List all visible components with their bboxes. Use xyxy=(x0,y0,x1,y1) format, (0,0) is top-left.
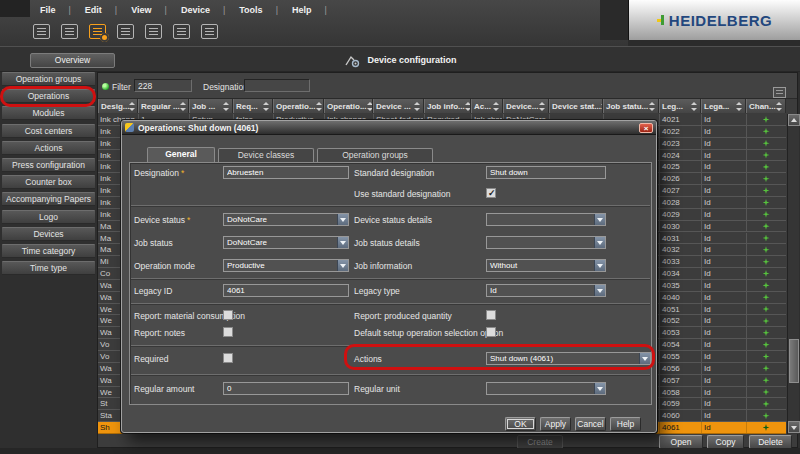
sidebar-item-time-category[interactable]: Time category xyxy=(2,244,95,258)
tab-overview[interactable]: Overview xyxy=(30,53,115,68)
column-header-leg[interactable]: Leg... xyxy=(659,99,701,113)
menu-edit[interactable]: Edit xyxy=(78,5,124,15)
sidebar-item-devices[interactable]: Devices xyxy=(2,227,95,241)
statistics-icon[interactable] xyxy=(61,24,78,39)
sidebar-item-operation-groups[interactable]: Operation groups xyxy=(2,72,95,86)
column-header-operatio[interactable]: Operatio... xyxy=(273,99,324,113)
column-header-ac[interactable]: Ac... xyxy=(471,99,503,113)
copy-button[interactable]: Copy xyxy=(707,435,744,449)
regular-amount-input[interactable] xyxy=(223,382,349,395)
standard-designation-input[interactable] xyxy=(486,166,606,179)
use-standard-designation-checkbox[interactable] xyxy=(486,188,496,198)
cell: 4030 xyxy=(659,221,700,232)
scroll-up-icon[interactable] xyxy=(788,114,800,126)
sidebar-item-modules[interactable]: Modules xyxy=(2,106,95,120)
help-button[interactable]: Help xyxy=(610,417,641,431)
required-checkbox[interactable] xyxy=(223,353,233,363)
device-status-select[interactable]: DoNotCare xyxy=(223,213,349,226)
apply-button[interactable]: Apply xyxy=(540,417,571,431)
report-material-checkbox[interactable] xyxy=(223,310,233,320)
cell: Id xyxy=(701,327,745,338)
column-header-device[interactable]: Device ... xyxy=(373,99,424,113)
device-configuration-icon[interactable] xyxy=(89,24,106,39)
cell: Id xyxy=(701,268,745,279)
delete-button[interactable]: Delete xyxy=(749,435,792,449)
device-assistant-icon[interactable] xyxy=(117,24,134,39)
sort-icon xyxy=(691,102,698,111)
cell: 4052 xyxy=(659,315,700,326)
star-icon xyxy=(763,152,770,159)
cancel-button[interactable]: Cancel xyxy=(575,417,606,431)
operation-mode-label: Operation mode xyxy=(134,261,195,271)
tab-general[interactable]: General xyxy=(147,147,215,162)
bottom-bar xyxy=(0,448,800,454)
column-header-job[interactable]: Job ... xyxy=(189,99,233,113)
application-window: FileEditViewDeviceToolsHelp HEIDELBERG D… xyxy=(0,0,800,454)
scrollbar-thumb[interactable] xyxy=(789,339,799,383)
sidebar-item-accompanying-papers[interactable]: Accompanying Papers xyxy=(2,192,95,206)
cell: 4059 xyxy=(659,398,700,409)
menu-view[interactable]: View xyxy=(124,5,174,15)
actions-select[interactable]: Shut down (4061) xyxy=(486,352,651,365)
column-chooser-icon[interactable] xyxy=(773,87,786,98)
chevron-down-icon xyxy=(594,237,605,248)
sidebar-item-cost-centers[interactable]: Cost centers xyxy=(2,124,95,138)
close-icon[interactable]: × xyxy=(639,123,653,133)
sidebar-item-time-type[interactable]: Time type xyxy=(2,261,95,275)
ok-button[interactable]: OK xyxy=(505,417,536,431)
column-header-device-stat[interactable]: Device stat... xyxy=(549,99,603,113)
create-button: Create xyxy=(517,435,563,449)
table-scrollbar[interactable] xyxy=(787,114,799,434)
designation-filter-input[interactable] xyxy=(244,79,310,92)
open-button[interactable]: Open xyxy=(659,435,703,449)
column-header-device[interactable]: Device... xyxy=(503,99,549,113)
operation-mode-select[interactable]: Productive xyxy=(223,259,349,272)
scroll-down-icon[interactable] xyxy=(788,421,800,433)
report-quantity-checkbox[interactable] xyxy=(486,310,496,320)
menu-file[interactable]: File xyxy=(33,5,78,15)
filter-input[interactable] xyxy=(134,79,192,92)
protocol-icon[interactable] xyxy=(173,24,190,39)
sidebar-item-operations[interactable]: Operations xyxy=(2,89,95,103)
dialog-title-bar[interactable]: Operations: Shut down (4061) xyxy=(122,121,656,135)
sidebar-item-actions[interactable]: Actions xyxy=(2,141,95,155)
column-header-req[interactable]: Req... xyxy=(233,99,273,113)
sidebar-item-counter-box[interactable]: Counter box xyxy=(2,175,95,189)
cell: 4053 xyxy=(659,327,700,338)
column-header-desig[interactable]: Desig... xyxy=(98,99,138,113)
designation-input[interactable] xyxy=(223,166,349,179)
cell xyxy=(746,410,785,421)
device-status-details-select[interactable] xyxy=(486,213,606,226)
tab-operation-groups[interactable]: Operation groups xyxy=(317,148,433,162)
cell xyxy=(746,126,785,137)
operations-dialog: Operations: Shut down (4061) × General D… xyxy=(121,120,657,433)
column-header-job-info[interactable]: Job info... xyxy=(424,99,471,113)
sidebar-item-logo[interactable]: Logo xyxy=(2,210,95,224)
legacy-type-select[interactable]: Id xyxy=(486,284,606,297)
import-icon[interactable] xyxy=(145,24,162,39)
job-status-select[interactable]: DoNotCare xyxy=(223,236,349,249)
star-icon xyxy=(763,377,770,384)
job-information-select[interactable]: Without xyxy=(486,259,606,272)
sidebar-item-press-configuration[interactable]: Press configuration xyxy=(2,158,95,172)
legacy-id-input[interactable] xyxy=(223,284,349,297)
column-header-operatio[interactable]: Operatio... xyxy=(324,99,373,113)
job-status-details-select[interactable] xyxy=(486,236,606,249)
report-notes-checkbox[interactable] xyxy=(223,327,233,337)
tab-device-classes[interactable]: Device classes xyxy=(218,148,314,162)
regular-unit-select[interactable] xyxy=(486,382,606,395)
column-header-job-statu[interactable]: Job statu... xyxy=(603,99,659,113)
operations-dialog-icon xyxy=(125,123,134,132)
menu-tools[interactable]: Tools xyxy=(232,5,285,15)
cell xyxy=(746,363,785,374)
job-list-icon[interactable] xyxy=(201,24,218,39)
default-setup-checkbox[interactable] xyxy=(486,327,496,337)
column-header-lega[interactable]: Lega... xyxy=(701,99,746,113)
menu-help[interactable]: Help xyxy=(285,5,334,15)
star-icon xyxy=(763,282,770,289)
menu-device[interactable]: Device xyxy=(174,5,232,15)
star-icon xyxy=(763,317,770,324)
column-header-chan[interactable]: Chan... xyxy=(746,99,786,113)
report-icon[interactable] xyxy=(33,24,50,39)
column-header-regular[interactable]: Regular ... xyxy=(138,99,189,113)
